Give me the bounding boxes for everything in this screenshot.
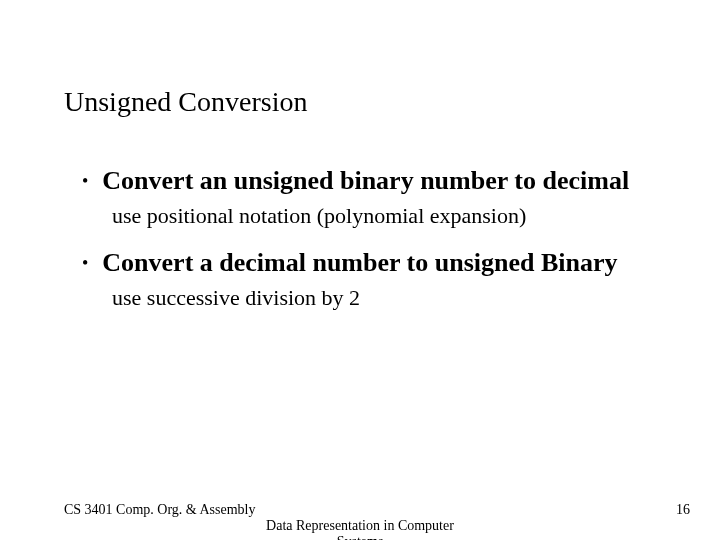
footer-center-text: Data Representation in Computer Systems [250, 518, 470, 540]
bullet-item: • Convert an unsigned binary number to d… [82, 165, 662, 197]
bullet-heading: Convert a decimal number to unsigned Bin… [102, 247, 617, 279]
bullet-subtext: use positional notation (polynomial expa… [112, 203, 662, 229]
slide-content: • Convert an unsigned binary number to d… [82, 165, 662, 329]
footer-page-number: 16 [676, 502, 690, 518]
bullet-icon: • [82, 165, 88, 197]
bullet-icon: • [82, 247, 88, 279]
bullet-item: • Convert a decimal number to unsigned B… [82, 247, 662, 279]
footer-left: CS 3401 Comp. Org. & Assembly [64, 502, 256, 518]
bullet-heading: Convert an unsigned binary number to dec… [102, 165, 629, 197]
slide: Unsigned Conversion • Convert an unsigne… [0, 0, 720, 540]
footer-center: Data Representation in Computer Systems [0, 518, 720, 540]
slide-title: Unsigned Conversion [64, 86, 307, 118]
bullet-subtext: use successive division by 2 [112, 285, 662, 311]
